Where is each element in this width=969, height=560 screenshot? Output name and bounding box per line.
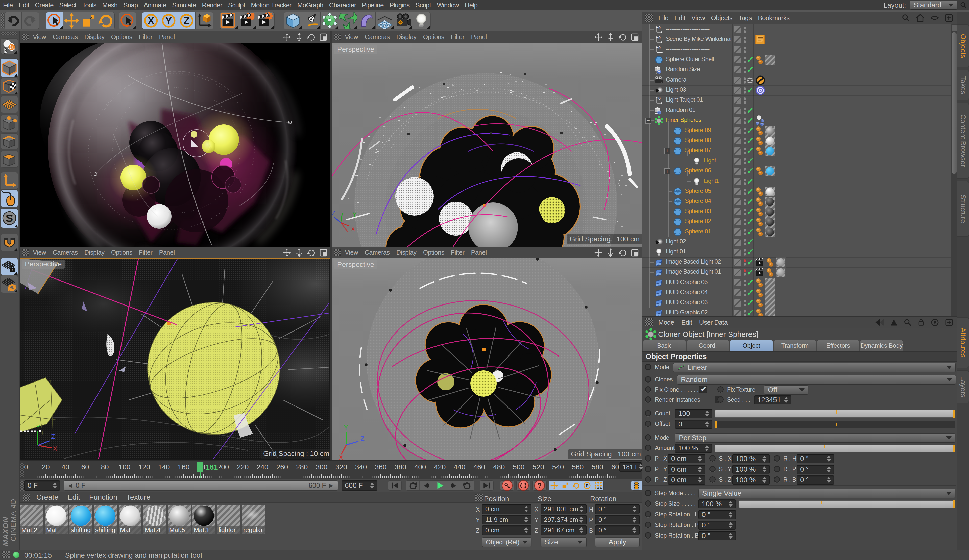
svg-text:Y: Y (36, 423, 40, 431)
svg-text:S: S (6, 212, 13, 224)
svg-text:X: X (339, 454, 343, 460)
svg-text:0: 0 (658, 36, 661, 40)
svg-text:Z: Z (332, 209, 336, 217)
svg-text:Y: Y (165, 15, 172, 26)
svg-text:0: 0 (658, 96, 661, 101)
svg-text:Y: Y (352, 211, 357, 218)
svg-text:Y: Y (344, 424, 348, 431)
svg-text:X: X (53, 445, 57, 452)
svg-text:Z: Z (51, 433, 55, 440)
svg-text:X: X (351, 225, 355, 233)
svg-text:X: X (148, 15, 154, 26)
svg-text:P: P (586, 483, 589, 488)
svg-text:0: 0 (658, 46, 661, 50)
svg-text:Z: Z (360, 435, 365, 442)
svg-text:0: 0 (658, 25, 661, 30)
svg-text:Z: Z (183, 15, 190, 26)
